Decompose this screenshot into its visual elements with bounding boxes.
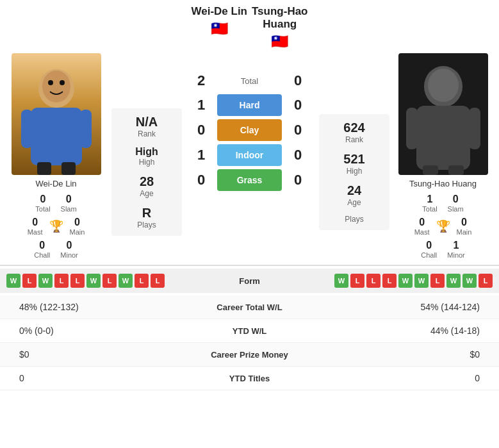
left-main: 0 Main [70, 217, 85, 236]
left-mast-val: 0 [28, 217, 43, 228]
right-player-header: Tsung-Hao Huang 🇹🇼 [250, 5, 311, 50]
hard-btn: Hard [217, 94, 282, 116]
left-info-panel: N/A Rank High High 28 Age R Plays [109, 85, 183, 259]
form-right: WLLLWWLWWL [288, 274, 493, 288]
right-chall-val: 0 [421, 240, 437, 251]
right-minor-val: 1 [447, 240, 465, 251]
grass-score-right: 0 [282, 172, 314, 188]
right-age: 24 Age [325, 183, 383, 207]
form-badge-right: W [414, 274, 429, 288]
right-info-panel: 624 Rank 521 High 24 Age Plays [316, 85, 390, 259]
stats-row: 48% (122-132)Career Total W/L54% (144-12… [0, 295, 499, 319]
svg-rect-5 [21, 110, 33, 148]
left-high-val: High [118, 146, 176, 158]
left-plays-val: R [118, 206, 176, 220]
left-high-label: High [118, 158, 176, 167]
grass-score-left: 0 [185, 172, 217, 188]
form-badge-left: L [135, 274, 149, 288]
form-badge-left: L [54, 274, 69, 288]
stats-val-left: 0 [6, 373, 186, 383]
hard-score-right: 0 [282, 97, 314, 113]
form-badge-right: L [382, 274, 397, 288]
svg-point-2 [42, 71, 70, 103]
right-player-photo [398, 53, 488, 175]
right-rank: 624 Rank [325, 120, 383, 144]
stats-label: YTD W/L [186, 326, 314, 336]
svg-rect-8 [61, 162, 76, 175]
indoor-row: 1 Indoor 0 [185, 144, 314, 166]
right-total-val: 1 [422, 194, 437, 205]
form-section: WLWLLWLWLL Form WLLLWWLWWL [0, 269, 499, 293]
form-badge-left: W [6, 274, 20, 288]
svg-point-4 [60, 80, 65, 85]
right-slam-label: Slam [448, 205, 464, 213]
form-badge-right: W [334, 274, 348, 288]
stats-val-right: 44% (14-18) [314, 326, 493, 336]
right-mast-label: Mast [414, 228, 430, 236]
trophy-icon-right: 🏆 [436, 219, 450, 233]
form-badge-left: W [86, 274, 101, 288]
grass-btn: Grass [217, 169, 282, 191]
form-badge-right: L [479, 274, 493, 288]
left-player-col: Wei-De Lin 0 Total 0 Slam 0 Mast 🏆 [3, 53, 109, 259]
svg-rect-1 [31, 108, 82, 165]
stats-val-left: 0% (0-0) [6, 326, 186, 336]
form-badge-right: W [398, 274, 413, 288]
right-chall-label: Chall [421, 251, 437, 259]
right-mast-val: 0 [414, 217, 430, 228]
right-rank-label: Rank [325, 135, 383, 144]
right-player-flag: 🇹🇼 [250, 33, 311, 50]
left-minor-label: Minor [60, 251, 78, 259]
form-label: Form [211, 276, 288, 286]
right-plays: Plays [325, 215, 383, 224]
svg-rect-7 [37, 162, 51, 175]
form-badge-right: W [462, 274, 477, 288]
left-player-flag: 🇹🇼 [189, 21, 250, 37]
total-score-right: 0 [282, 72, 314, 89]
left-minor-val: 0 [60, 240, 78, 251]
hard-row: 1 Hard 0 [185, 94, 314, 116]
right-high-label: High [325, 167, 383, 176]
clay-score-right: 0 [282, 122, 314, 138]
left-mast: 0 Mast [28, 217, 43, 236]
left-age-val: 28 [118, 174, 176, 189]
stats-row: 0YTD Titles0 [0, 367, 499, 390]
clay-score-left: 0 [185, 122, 217, 138]
right-main-label: Main [457, 228, 472, 236]
left-chall-label: Chall [34, 251, 50, 259]
left-player-header: Wei-De Lin 🇹🇼 [189, 5, 250, 37]
left-rank-val: N/A [118, 115, 176, 129]
right-main-val: 0 [457, 217, 472, 228]
center-col: 2 Total 0 1 Hard 0 0 Clay 0 [183, 53, 316, 259]
left-total-label: Total [35, 205, 50, 213]
clay-btn: Clay [217, 119, 282, 141]
stats-row: 0% (0-0)YTD W/L44% (14-18) [0, 319, 499, 343]
right-main: 0 Main [457, 217, 472, 236]
svg-rect-15 [448, 165, 464, 175]
stats-row: $0Career Prize Money$0 [0, 343, 499, 367]
indoor-score-left: 1 [185, 147, 217, 163]
left-main-val: 0 [70, 217, 85, 228]
right-total-label: Total [422, 205, 437, 213]
left-high: High High [118, 146, 176, 167]
right-rank-val: 624 [325, 120, 383, 135]
stats-val-right: 0 [314, 373, 493, 383]
left-player-name-label: Wei-De Lin [35, 179, 76, 188]
form-badge-right: L [366, 274, 380, 288]
form-badge-left: L [151, 274, 165, 288]
left-slam-label: Slam [61, 205, 77, 213]
left-minor: 0 Minor [60, 240, 78, 259]
form-badge-left: W [38, 274, 53, 288]
form-badge-left: L [22, 274, 37, 288]
left-main-label: Main [70, 228, 85, 236]
svg-rect-14 [423, 165, 438, 175]
right-slam-val: 0 [448, 194, 464, 205]
stats-label: Career Total W/L [186, 303, 314, 312]
left-player-photo [12, 53, 101, 175]
svg-rect-10 [416, 106, 470, 170]
indoor-score-right: 0 [282, 147, 314, 163]
total-score-left: 2 [185, 72, 217, 89]
divider-1 [0, 265, 499, 266]
stats-val-left: $0 [6, 349, 186, 360]
right-mast: 0 Mast [414, 217, 430, 236]
